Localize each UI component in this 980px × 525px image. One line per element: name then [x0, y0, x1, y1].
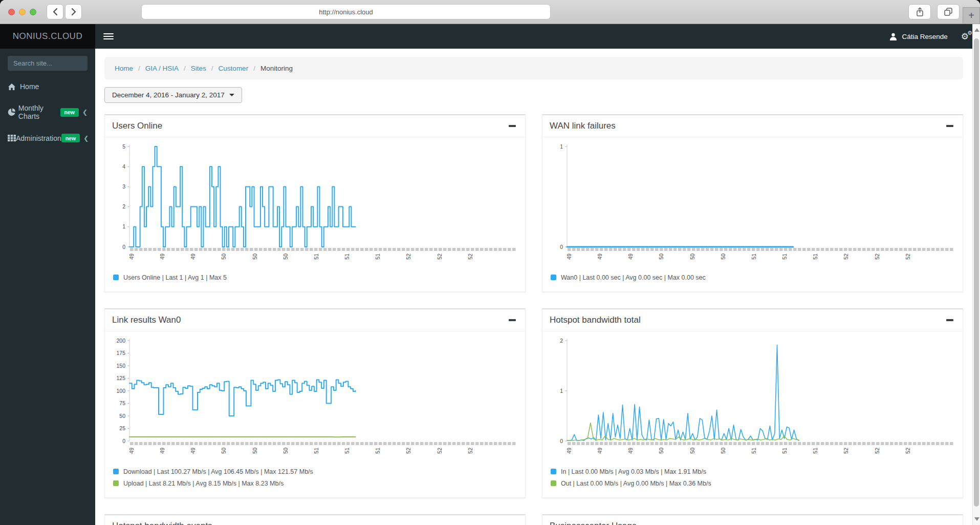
hotspot-bandwidth-total-chart[interactable]: 012494949505050515151525252	[549, 335, 956, 464]
sidebar-item-label: Home	[20, 82, 39, 91]
home-icon	[8, 83, 20, 91]
wan-link-failures-chart[interactable]: 01494949505050515151525252	[549, 141, 956, 269]
svg-text:52: 52	[843, 254, 849, 260]
legend-item: In | Last 0.00 Mb/s | Avg 0.03 Mb/s | Ma…	[551, 466, 954, 477]
app-logo[interactable]: NONIUS.CLOUD	[0, 24, 95, 49]
share-button[interactable]	[908, 4, 931, 19]
content-area: Home / GIA / HSIA / Sites / Customer / M…	[95, 49, 972, 525]
tabs-icon	[944, 7, 953, 16]
user-menu[interactable]: Cátia Resende	[889, 33, 947, 40]
legend-label: In | Last 0.00 Mb/s | Avg 0.03 Mb/s | Ma…	[561, 468, 706, 475]
svg-text:51: 51	[751, 448, 757, 454]
panel-hotspot-bandwidth-events: Hotspot bandwidth events 1	[104, 514, 526, 525]
svg-text:200: 200	[116, 338, 125, 344]
svg-text:50: 50	[221, 254, 227, 260]
panel-title: Users Online	[112, 121, 162, 131]
legend-swatch	[113, 480, 119, 486]
svg-text:49: 49	[159, 448, 165, 454]
svg-text:0: 0	[560, 244, 563, 250]
svg-text:52: 52	[905, 448, 911, 454]
collapse-button[interactable]	[944, 315, 955, 325]
panel-link-results-wan0: Link results Wan0 0255075100125150175200…	[104, 308, 526, 498]
date-range-label: December 4, 2016 - January 2, 2017	[112, 91, 225, 99]
collapse-button[interactable]	[507, 121, 518, 131]
collapse-button[interactable]	[944, 521, 955, 525]
svg-text:52: 52	[437, 254, 443, 260]
legend-swatch	[551, 469, 556, 474]
svg-text:51: 51	[812, 254, 818, 260]
minus-icon	[509, 125, 516, 127]
forward-button[interactable]	[65, 4, 82, 19]
zoom-window-button[interactable]	[30, 9, 36, 15]
sidebar-item-label: Monthly Charts	[18, 104, 60, 120]
svg-text:52: 52	[467, 254, 473, 260]
users-online-chart[interactable]: 012345494949505050515151525252	[111, 141, 519, 269]
search-input[interactable]	[8, 56, 88, 71]
page-scrollbar[interactable]	[972, 24, 980, 525]
cogs-icon: ⚙⚙	[961, 32, 969, 41]
collapse-button[interactable]	[507, 315, 518, 325]
legend-item: Upload | Last 8.21 Mb/s | Avg 8.15 Mb/s …	[113, 477, 517, 489]
panel-businesscenter-usage: Businesscenter Usage 1	[542, 514, 963, 525]
svg-text:100: 100	[116, 388, 125, 394]
chevron-left-icon: ❮	[82, 109, 88, 116]
sidebar-item-home[interactable]: Home	[0, 76, 95, 97]
legend-item: Wan0 | Last 0.00 sec | Avg 0.00 sec | Ma…	[551, 271, 954, 283]
svg-text:52: 52	[874, 448, 880, 454]
svg-text:0: 0	[122, 244, 125, 250]
collapse-button[interactable]	[507, 521, 518, 525]
legend-label: Out | Last 0.00 Mb/s | Avg 0.00 Mb/s | M…	[561, 480, 711, 487]
svg-text:51: 51	[313, 254, 319, 260]
settings-button[interactable]: ⚙⚙	[961, 31, 969, 42]
svg-text:49: 49	[597, 448, 603, 454]
user-name: Cátia Resende	[902, 33, 947, 40]
breadcrumb: Home / GIA / HSIA / Sites / Customer / M…	[104, 57, 963, 79]
scroll-down-arrow-icon[interactable]	[974, 517, 979, 521]
minimize-window-button[interactable]	[19, 9, 26, 15]
chevron-left-icon: ❮	[83, 135, 89, 142]
new-tab-button[interactable]: +	[963, 7, 980, 24]
sidebar-item-administration[interactable]: Administration new ❮	[0, 127, 95, 149]
app-navbar: NONIUS.CLOUD Cátia Resende ⚙⚙	[0, 24, 980, 49]
svg-text:52: 52	[467, 448, 473, 454]
legend-label: Download | Last 100.27 Mb/s | Avg 106.45…	[123, 468, 313, 475]
legend-swatch	[551, 275, 556, 280]
caret-down-icon	[229, 94, 234, 96]
legend-swatch	[551, 480, 556, 486]
svg-text:5: 5	[122, 143, 125, 150]
minus-icon	[509, 319, 516, 321]
svg-text:50: 50	[252, 448, 258, 454]
svg-text:52: 52	[405, 254, 411, 260]
scroll-up-arrow-icon[interactable]	[974, 28, 979, 32]
svg-text:50: 50	[720, 448, 726, 454]
svg-text:50: 50	[689, 448, 695, 454]
svg-text:0: 0	[560, 438, 563, 444]
sidebar-item-monthly-charts[interactable]: Monthly Charts new ❮	[0, 97, 95, 127]
svg-text:52: 52	[437, 448, 443, 454]
address-bar[interactable]: http://nonius.cloud	[141, 4, 551, 19]
sidebar-toggle-button[interactable]	[103, 33, 114, 39]
date-range-picker[interactable]: December 4, 2016 - January 2, 2017	[104, 87, 242, 103]
svg-text:50: 50	[282, 254, 289, 260]
link-results-wan0-chart[interactable]: 0255075100125150175200494949505050515151…	[111, 335, 519, 464]
breadcrumb-sites[interactable]: Sites	[191, 65, 206, 72]
show-tabs-button[interactable]	[937, 4, 960, 19]
panel-title: Businesscenter Usage	[550, 521, 637, 525]
scrollbar-thumb[interactable]	[974, 38, 979, 507]
breadcrumb-customer[interactable]: Customer	[219, 65, 249, 72]
collapse-button[interactable]	[944, 121, 955, 131]
close-window-button[interactable]	[8, 9, 15, 15]
panel-wan-link-failures: WAN link failures 0149494950505051515152…	[542, 114, 963, 292]
svg-text:50: 50	[221, 448, 227, 454]
svg-text:2: 2	[560, 338, 563, 344]
breadcrumb-home[interactable]: Home	[115, 65, 133, 72]
panel-users-online: Users Online 012345494949505050515151525…	[104, 114, 526, 292]
legend-label: Upload | Last 8.21 Mb/s | Avg 8.15 Mb/s …	[123, 480, 284, 487]
svg-text:52: 52	[405, 448, 411, 454]
breadcrumb-gia-hsia[interactable]: GIA / HSIA	[145, 65, 179, 72]
svg-text:50: 50	[252, 254, 258, 260]
svg-text:49: 49	[128, 254, 135, 260]
back-button[interactable]	[47, 4, 63, 19]
svg-text:51: 51	[375, 254, 381, 260]
svg-text:2: 2	[122, 203, 125, 209]
